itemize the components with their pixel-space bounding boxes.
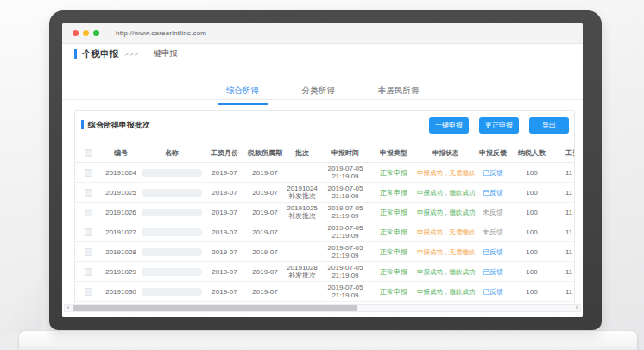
- row-checkbox[interactable]: [85, 189, 92, 197]
- cell-name: [141, 288, 203, 296]
- cell-filing-time: 2019-07-0521:19:09: [320, 204, 370, 220]
- row-checkbox[interactable]: [85, 248, 92, 256]
- cell-name: [141, 169, 203, 177]
- cell-tax-period: 2019-07: [246, 248, 284, 256]
- traffic-light-red-icon[interactable]: [73, 30, 79, 36]
- column-header-salary-total: 工资总额: [552, 149, 574, 157]
- cell-salary-month: 2019-07: [203, 228, 246, 236]
- cell-id: 20191030: [101, 288, 141, 296]
- cell-feedback: 已反馈: [474, 169, 512, 177]
- cell-id: 20191027: [101, 228, 141, 236]
- column-header-filing-time: 申报时间: [320, 149, 370, 157]
- page-content: 个税申报 >>> 一键申报 综合所得 分类所得 非居民所得 综合所得申报批次 一…: [62, 44, 583, 317]
- table-row[interactable]: 20191026 2019-07 2019-07 20191025补发批次 20…: [75, 203, 574, 222]
- cell-name: [141, 248, 203, 256]
- panel-title: 综合所得申报批次: [88, 120, 150, 131]
- column-header-salary-month: 工资月份: [203, 149, 246, 157]
- row-checkbox[interactable]: [85, 288, 92, 296]
- cell-filing-status: 申报成功，缴款成功: [417, 288, 474, 296]
- scroll-right-icon[interactable]: ›: [573, 304, 580, 312]
- cell-tax-period: 2019-07: [246, 169, 284, 177]
- row-checkbox[interactable]: [85, 169, 92, 177]
- cell-filing-type: 正常申报: [370, 288, 417, 296]
- cell-filing-time: 2019-07-0521:19:09: [320, 284, 370, 299]
- cell-filing-status: 申报成功，无需缴款: [417, 248, 474, 256]
- panel-actions: 一键申报 更正申报 导出: [429, 117, 569, 134]
- one-click-filing-button[interactable]: 一键申报: [429, 117, 469, 134]
- cell-name: [141, 228, 203, 236]
- row-checkbox[interactable]: [85, 209, 92, 216]
- cell-name: [141, 189, 203, 197]
- correction-filing-button[interactable]: 更正申报: [479, 117, 519, 134]
- cell-feedback: 已反馈: [474, 189, 512, 197]
- cell-filing-status: 申报成功，缴款成功: [417, 268, 474, 276]
- column-header-id: 编号: [101, 149, 141, 157]
- cell-taxpayer-count: 100: [512, 209, 552, 216]
- breadcrumb-separator: >>>: [124, 50, 139, 58]
- row-checkbox[interactable]: [85, 268, 92, 276]
- tab-comprehensive-income[interactable]: 综合所得: [221, 82, 264, 105]
- table-row[interactable]: 20191030 2019-07 2019-07 2019-07-0521:19…: [75, 282, 574, 302]
- cell-tax-period: 2019-07: [246, 189, 284, 197]
- cell-filing-status: 申报成功，缴款成功: [417, 209, 474, 216]
- cell-id: 20191024: [101, 169, 141, 177]
- cell-batch: 20191024补发批次: [284, 184, 320, 200]
- cell-tax-period: 2019-07: [246, 268, 284, 276]
- laptop-base-wedge: [0, 272, 41, 333]
- redacted-name-pill: [142, 248, 202, 256]
- table-header-row: 编号 名称 工资月份 税款所属期 批次 申报时间 申报类型 申报状态 申报反馈 …: [75, 143, 574, 163]
- cell-salary-month: 2019-07: [203, 268, 246, 276]
- cell-tax-period: 2019-07: [246, 228, 284, 236]
- batch-table: 编号 名称 工资月份 税款所属期 批次 申报时间 申报类型 申报状态 申报反馈 …: [75, 143, 574, 303]
- accent-bar: [81, 120, 84, 129]
- horizontal-scrollbar[interactable]: ‹ ›: [64, 304, 581, 312]
- column-header-filing-status: 申报状态: [417, 149, 474, 157]
- column-header-tax-period: 税款所属期: [246, 149, 284, 157]
- cell-taxpayer-count: 100: [512, 268, 552, 276]
- redacted-name-pill: [142, 228, 202, 236]
- laptop-base: [19, 331, 637, 350]
- table-row[interactable]: 20191027 2019-07 2019-07 2019-07-0521:19…: [75, 222, 574, 242]
- redacted-name-pill: [142, 169, 202, 177]
- tab-classified-income[interactable]: 分类所得: [297, 82, 340, 105]
- cell-taxpayer-count: 100: [512, 189, 552, 197]
- browser-window: http://www.careerintlinc.com 个税申报 >>> 一键…: [62, 23, 583, 317]
- cell-filing-type: 正常申报: [370, 268, 417, 276]
- cell-feedback: 未反馈: [474, 228, 512, 236]
- table-row[interactable]: 20191025 2019-07 2019-07 20191024补发批次 20…: [75, 183, 574, 203]
- cell-feedback: 已反馈: [474, 288, 512, 296]
- cell-taxpayer-count: 100: [512, 228, 552, 236]
- redacted-name-pill: [142, 209, 202, 216]
- row-checkbox[interactable]: [85, 228, 92, 236]
- cell-batch: 20191025补发批次: [284, 204, 320, 220]
- cell-filing-time: 2019-07-0521:19:09: [320, 184, 370, 200]
- cell-tax-period: 2019-07: [246, 288, 284, 296]
- select-all-checkbox[interactable]: [85, 149, 92, 157]
- browser-chrome: http://www.careerintlinc.com: [62, 23, 583, 44]
- cell-salary-total: 11: [552, 248, 574, 256]
- traffic-light-green-icon[interactable]: [93, 30, 99, 36]
- cell-name: [141, 209, 203, 216]
- laptop-frame: http://www.careerintlinc.com 个税申报 >>> 一键…: [49, 10, 602, 330]
- breadcrumb-page: 一键申报: [145, 48, 178, 59]
- cell-filing-type: 正常申报: [370, 209, 417, 216]
- redacted-name-pill: [142, 288, 202, 296]
- cell-salary-month: 2019-07: [203, 189, 246, 197]
- scrollbar-thumb[interactable]: [73, 305, 357, 311]
- column-header-batch: 批次: [284, 149, 320, 157]
- cell-feedback: 已反馈: [474, 268, 512, 276]
- tab-nonresident-income[interactable]: 非居民所得: [373, 82, 425, 105]
- traffic-light-yellow-icon[interactable]: [83, 30, 89, 36]
- cell-salary-total: 11: [552, 189, 574, 197]
- table-row[interactable]: 20191029 2019-07 2019-07 20191028补发批次 20…: [75, 262, 574, 282]
- address-bar[interactable]: http://www.careerintlinc.com: [116, 29, 206, 37]
- column-header-taxpayer-count: 纳税人数: [512, 149, 552, 157]
- table-row[interactable]: 20191024 2019-07 2019-07 2019-07-0521:19…: [75, 163, 574, 183]
- cell-feedback: 已反馈: [474, 248, 512, 256]
- tab-divider: [62, 99, 583, 100]
- export-button[interactable]: 导出: [529, 117, 569, 134]
- table-row[interactable]: 20191028 2019-07 2019-07 2019-07-0521:19…: [75, 242, 574, 262]
- scroll-left-icon[interactable]: ‹: [65, 304, 72, 312]
- cell-filing-status: 申报成功，无需缴款: [417, 228, 474, 236]
- cell-salary-month: 2019-07: [203, 248, 246, 256]
